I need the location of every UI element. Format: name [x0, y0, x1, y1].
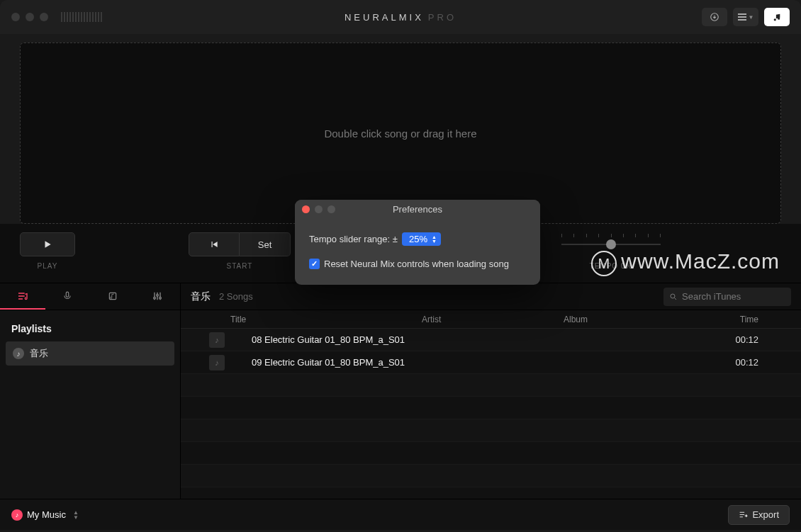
play-button[interactable] [20, 232, 75, 256]
content-count: 2 Songs [219, 291, 253, 302]
row-time: 00:12 [735, 334, 801, 345]
play-icon [43, 239, 52, 249]
song-icon: ♪ [209, 355, 225, 370]
prefs-title: Preferences [393, 204, 442, 215]
playlist-icon [17, 290, 28, 302]
music-source-icon: ♪ [13, 348, 24, 359]
app-title: NEURALMIXPRO [345, 12, 456, 23]
song-drop-zone[interactable]: Double click song or drag it here [20, 43, 781, 224]
table-row [181, 419, 801, 442]
prefs-tempo-row: Tempo slider range: ± 25% ▲▼ [309, 232, 526, 246]
tempo-label: TEMPO 0% [590, 262, 633, 270]
start-group: Set START [189, 232, 291, 270]
select-caret-icon: ▲▼ [432, 235, 437, 244]
tempo-slider[interactable] [561, 232, 661, 256]
sidebar-item-music[interactable]: ♪ 音乐 [6, 341, 174, 366]
svg-point-3 [157, 294, 159, 296]
download-icon [710, 12, 719, 22]
zoom-window-button[interactable] [40, 13, 48, 21]
row-title: 09 Electric Guitar 01_80 BPM_a_S01 [230, 357, 443, 368]
source-stepper[interactable]: ▲▼ [73, 510, 79, 520]
preferences-dialog: Preferences Tempo slider range: ± 25% ▲▼… [295, 200, 540, 285]
table-header: Title Artist Album Time [181, 310, 801, 329]
go-to-start-button[interactable] [189, 232, 240, 256]
close-window-button[interactable] [11, 13, 20, 21]
svg-point-4 [159, 297, 162, 299]
reset-checkbox[interactable]: ✓ [309, 259, 320, 269]
content-pane: 音乐 2 Songs Search iTunes Title Artist Al… [181, 283, 801, 499]
prefs-zoom-button [327, 205, 335, 213]
mic-icon [62, 291, 72, 301]
table-row[interactable]: ♪ 08 Electric Guitar 01_80 BPM_a_S01 00:… [181, 329, 801, 351]
dropzone-message: Double click song or drag it here [324, 128, 476, 140]
svg-point-2 [154, 297, 156, 299]
export-icon [739, 510, 748, 519]
window-controls [11, 13, 48, 21]
library-browser: Playlists ♪ 音乐 音乐 2 Songs Search iTunes … [0, 283, 801, 499]
table-row [181, 374, 801, 397]
tempo-range-value: 25% [409, 234, 427, 244]
songs-icon [108, 291, 118, 301]
play-label: PLAY [38, 262, 58, 270]
row-time: 00:12 [735, 357, 801, 368]
sidebar: Playlists ♪ 音乐 [0, 283, 181, 499]
table-rows: ♪ 08 Electric Guitar 01_80 BPM_a_S01 00:… [181, 329, 801, 499]
prefs-titlebar: Preferences [295, 200, 540, 218]
download-button[interactable] [702, 8, 727, 26]
reset-label: Reset Neural Mix controls when loading s… [324, 259, 509, 269]
skip-back-icon [209, 239, 219, 249]
prefs-close-button[interactable] [302, 205, 310, 213]
hamburger-icon [738, 13, 746, 21]
app-name: NEURALMIX [345, 12, 424, 23]
source-icon: ♪ [11, 509, 23, 521]
svg-point-5 [671, 294, 675, 298]
row-title: 08 Electric Guitar 01_80 BPM_a_S01 [230, 334, 443, 345]
table-row [181, 397, 801, 419]
search-input[interactable]: Search iTunes [663, 288, 791, 306]
app-edition: PRO [428, 12, 456, 23]
music-note-icon [773, 13, 782, 22]
export-button[interactable]: Export [728, 505, 790, 525]
window-titlebar: NEURALMIXPRO ▼ [0, 0, 801, 34]
search-placeholder: Search iTunes [682, 291, 741, 302]
set-label: Set [258, 239, 272, 250]
source-label: My Music [27, 509, 66, 520]
tab-mic[interactable] [45, 283, 91, 310]
col-album[interactable]: Album [564, 315, 705, 324]
footer: ♪ My Music ▲▼ Export [0, 499, 801, 530]
col-artist[interactable]: Artist [422, 315, 564, 324]
tab-playlists[interactable] [0, 283, 45, 310]
song-icon: ♪ [209, 332, 225, 348]
tempo-range-select[interactable]: 25% ▲▼ [402, 232, 441, 246]
minimize-window-button[interactable] [26, 13, 34, 21]
title-scrubber [61, 12, 132, 22]
content-header: 音乐 2 Songs Search iTunes [181, 283, 801, 310]
mixer-icon [152, 290, 163, 302]
prefs-body: Tempo slider range: ± 25% ▲▼ ✓ Reset Neu… [295, 218, 540, 285]
tempo-group: TEMPO 0% [561, 232, 661, 270]
export-label: Export [752, 509, 779, 520]
music-library-button[interactable] [764, 8, 790, 26]
prefs-minimize-button [315, 205, 323, 213]
table-row [181, 442, 801, 465]
sidebar-item-label: 音乐 [30, 347, 48, 360]
prefs-reset-row: ✓ Reset Neural Mix controls when loading… [309, 259, 526, 269]
col-title[interactable]: Title [209, 315, 422, 324]
tempo-slider-thumb[interactable] [606, 239, 616, 249]
sidebar-tabs [0, 283, 180, 310]
tempo-range-label: Tempo slider range: ± [309, 234, 398, 244]
content-title: 音乐 [191, 290, 211, 303]
col-time[interactable]: Time [740, 315, 801, 324]
set-start-button[interactable]: Set [240, 232, 291, 256]
sidebar-header: Playlists [0, 310, 180, 341]
source-selector[interactable]: ♪ My Music ▲▼ [11, 509, 79, 521]
start-label: START [227, 262, 253, 270]
table-row [181, 465, 801, 487]
tab-mixer[interactable] [135, 283, 181, 310]
menu-button[interactable]: ▼ [733, 8, 758, 26]
table-row[interactable]: ♪ 09 Electric Guitar 01_80 BPM_a_S01 00:… [181, 351, 801, 374]
tab-songs[interactable] [90, 283, 135, 310]
search-icon [669, 293, 678, 301]
titlebar-actions: ▼ [702, 8, 790, 26]
play-group: PLAY [20, 232, 75, 270]
